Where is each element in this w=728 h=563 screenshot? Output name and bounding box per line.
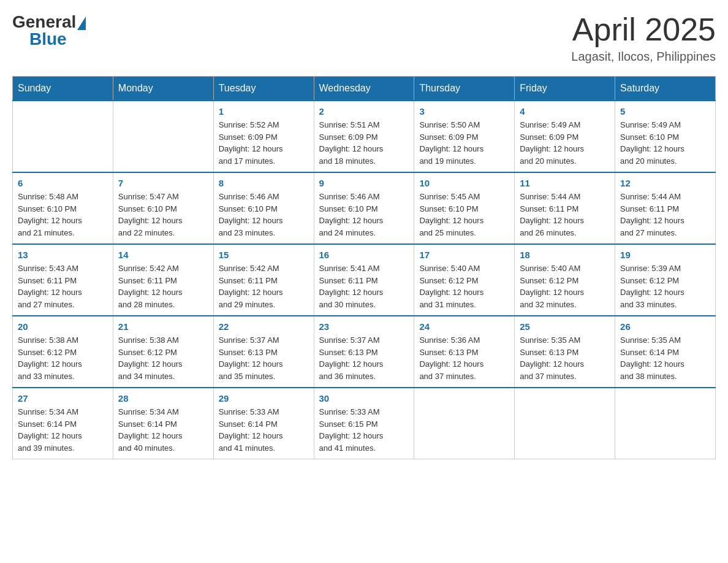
calendar-day-cell: 10Sunrise: 5:45 AM Sunset: 6:10 PM Dayli…: [414, 172, 515, 244]
day-info: Sunrise: 5:35 AM Sunset: 6:14 PM Dayligh…: [620, 334, 710, 382]
day-info: Sunrise: 5:38 AM Sunset: 6:12 PM Dayligh…: [118, 334, 208, 382]
logo: General Blue: [12, 12, 86, 49]
calendar-header-row: SundayMondayTuesdayWednesdayThursdayFrid…: [13, 77, 716, 101]
calendar-day-cell: 6Sunrise: 5:48 AM Sunset: 6:10 PM Daylig…: [13, 172, 113, 244]
day-number: 25: [520, 321, 610, 332]
page-header: General Blue April 2025 Lagasit, Ilocos,…: [12, 12, 716, 64]
calendar-day-header: Friday: [515, 77, 615, 101]
day-info: Sunrise: 5:46 AM Sunset: 6:10 PM Dayligh…: [319, 191, 409, 239]
day-number: 9: [319, 178, 409, 188]
day-info: Sunrise: 5:45 AM Sunset: 6:10 PM Dayligh…: [419, 191, 509, 239]
day-info: Sunrise: 5:38 AM Sunset: 6:12 PM Dayligh…: [18, 334, 108, 382]
day-number: 6: [18, 178, 108, 188]
calendar-table: SundayMondayTuesdayWednesdayThursdayFrid…: [12, 76, 716, 459]
day-number: 8: [219, 178, 309, 188]
calendar-day-header: Monday: [113, 77, 213, 101]
day-number: 12: [620, 178, 710, 188]
calendar-day-cell: 14Sunrise: 5:42 AM Sunset: 6:11 PM Dayli…: [113, 244, 213, 316]
day-info: Sunrise: 5:40 AM Sunset: 6:12 PM Dayligh…: [419, 262, 509, 310]
day-info: Sunrise: 5:33 AM Sunset: 6:15 PM Dayligh…: [319, 406, 409, 454]
day-info: Sunrise: 5:51 AM Sunset: 6:09 PM Dayligh…: [319, 119, 409, 167]
day-number: 17: [419, 250, 509, 260]
day-number: 22: [219, 321, 309, 332]
title-area: April 2025 Lagasit, Ilocos, Philippines: [571, 12, 716, 64]
calendar-day-cell: 20Sunrise: 5:38 AM Sunset: 6:12 PM Dayli…: [13, 316, 113, 388]
calendar-day-cell: 21Sunrise: 5:38 AM Sunset: 6:12 PM Dayli…: [113, 316, 213, 388]
day-number: 11: [520, 178, 610, 188]
day-number: 1: [219, 106, 309, 117]
day-info: Sunrise: 5:46 AM Sunset: 6:10 PM Dayligh…: [219, 191, 309, 239]
calendar-day-cell: [13, 101, 113, 172]
calendar-day-cell: 9Sunrise: 5:46 AM Sunset: 6:10 PM Daylig…: [314, 172, 414, 244]
calendar-week-row: 13Sunrise: 5:43 AM Sunset: 6:11 PM Dayli…: [13, 244, 716, 316]
logo-triangle-icon: [77, 17, 86, 30]
calendar-day-cell: 27Sunrise: 5:34 AM Sunset: 6:14 PM Dayli…: [13, 388, 113, 459]
day-info: Sunrise: 5:34 AM Sunset: 6:14 PM Dayligh…: [118, 406, 208, 454]
day-info: Sunrise: 5:49 AM Sunset: 6:10 PM Dayligh…: [620, 119, 710, 167]
day-info: Sunrise: 5:41 AM Sunset: 6:11 PM Dayligh…: [319, 262, 409, 310]
calendar-day-cell: 5Sunrise: 5:49 AM Sunset: 6:10 PM Daylig…: [615, 101, 716, 172]
location-subtitle: Lagasit, Ilocos, Philippines: [571, 50, 716, 64]
day-info: Sunrise: 5:47 AM Sunset: 6:10 PM Dayligh…: [118, 191, 208, 239]
day-info: Sunrise: 5:52 AM Sunset: 6:09 PM Dayligh…: [219, 119, 309, 167]
calendar-day-header: Thursday: [414, 77, 515, 101]
calendar-day-cell: 19Sunrise: 5:39 AM Sunset: 6:12 PM Dayli…: [615, 244, 716, 316]
day-number: 2: [319, 106, 409, 117]
calendar-day-cell: 4Sunrise: 5:49 AM Sunset: 6:09 PM Daylig…: [515, 101, 615, 172]
calendar-day-cell: 2Sunrise: 5:51 AM Sunset: 6:09 PM Daylig…: [314, 101, 414, 172]
day-number: 19: [620, 250, 710, 260]
day-number: 30: [319, 393, 409, 404]
calendar-day-cell: 17Sunrise: 5:40 AM Sunset: 6:12 PM Dayli…: [414, 244, 515, 316]
calendar-day-header: Wednesday: [314, 77, 414, 101]
day-info: Sunrise: 5:48 AM Sunset: 6:10 PM Dayligh…: [18, 191, 108, 239]
logo-blue-text: Blue: [29, 29, 67, 49]
day-info: Sunrise: 5:34 AM Sunset: 6:14 PM Dayligh…: [18, 406, 108, 454]
calendar-day-cell: 3Sunrise: 5:50 AM Sunset: 6:09 PM Daylig…: [414, 101, 515, 172]
day-number: 3: [419, 106, 509, 117]
day-info: Sunrise: 5:50 AM Sunset: 6:09 PM Dayligh…: [419, 119, 509, 167]
calendar-day-cell: [615, 388, 716, 459]
calendar-day-cell: 8Sunrise: 5:46 AM Sunset: 6:10 PM Daylig…: [213, 172, 314, 244]
calendar-day-cell: [515, 388, 615, 459]
day-number: 21: [118, 321, 208, 332]
day-number: 26: [620, 321, 710, 332]
day-number: 29: [219, 393, 309, 404]
day-info: Sunrise: 5:37 AM Sunset: 6:13 PM Dayligh…: [319, 334, 409, 382]
calendar-day-cell: 7Sunrise: 5:47 AM Sunset: 6:10 PM Daylig…: [113, 172, 213, 244]
calendar-day-header: Sunday: [13, 77, 113, 101]
day-info: Sunrise: 5:40 AM Sunset: 6:12 PM Dayligh…: [520, 262, 610, 310]
day-info: Sunrise: 5:35 AM Sunset: 6:13 PM Dayligh…: [520, 334, 610, 382]
day-info: Sunrise: 5:33 AM Sunset: 6:14 PM Dayligh…: [219, 406, 309, 454]
day-number: 28: [118, 393, 208, 404]
month-year-title: April 2025: [571, 12, 716, 47]
calendar-day-header: Saturday: [615, 77, 716, 101]
day-info: Sunrise: 5:37 AM Sunset: 6:13 PM Dayligh…: [219, 334, 309, 382]
calendar-day-cell: 13Sunrise: 5:43 AM Sunset: 6:11 PM Dayli…: [13, 244, 113, 316]
calendar-day-cell: 11Sunrise: 5:44 AM Sunset: 6:11 PM Dayli…: [515, 172, 615, 244]
day-number: 16: [319, 250, 409, 260]
day-number: 14: [118, 250, 208, 260]
calendar-day-cell: 15Sunrise: 5:42 AM Sunset: 6:11 PM Dayli…: [213, 244, 314, 316]
day-info: Sunrise: 5:36 AM Sunset: 6:13 PM Dayligh…: [419, 334, 509, 382]
calendar-day-cell: [113, 101, 213, 172]
day-number: 5: [620, 106, 710, 117]
calendar-day-cell: 25Sunrise: 5:35 AM Sunset: 6:13 PM Dayli…: [515, 316, 615, 388]
calendar-day-cell: 12Sunrise: 5:44 AM Sunset: 6:11 PM Dayli…: [615, 172, 716, 244]
day-number: 7: [118, 178, 208, 188]
calendar-day-cell: [414, 388, 515, 459]
calendar-day-cell: 24Sunrise: 5:36 AM Sunset: 6:13 PM Dayli…: [414, 316, 515, 388]
calendar-day-cell: 28Sunrise: 5:34 AM Sunset: 6:14 PM Dayli…: [113, 388, 213, 459]
day-info: Sunrise: 5:49 AM Sunset: 6:09 PM Dayligh…: [520, 119, 610, 167]
day-info: Sunrise: 5:42 AM Sunset: 6:11 PM Dayligh…: [118, 262, 208, 310]
calendar-day-cell: 30Sunrise: 5:33 AM Sunset: 6:15 PM Dayli…: [314, 388, 414, 459]
day-number: 13: [18, 250, 108, 260]
calendar-day-header: Tuesday: [213, 77, 314, 101]
calendar-week-row: 6Sunrise: 5:48 AM Sunset: 6:10 PM Daylig…: [13, 172, 716, 244]
day-number: 18: [520, 250, 610, 260]
calendar-week-row: 20Sunrise: 5:38 AM Sunset: 6:12 PM Dayli…: [13, 316, 716, 388]
day-number: 4: [520, 106, 610, 117]
calendar-day-cell: 22Sunrise: 5:37 AM Sunset: 6:13 PM Dayli…: [213, 316, 314, 388]
day-number: 24: [419, 321, 509, 332]
day-info: Sunrise: 5:44 AM Sunset: 6:11 PM Dayligh…: [620, 191, 710, 239]
day-info: Sunrise: 5:39 AM Sunset: 6:12 PM Dayligh…: [620, 262, 710, 310]
